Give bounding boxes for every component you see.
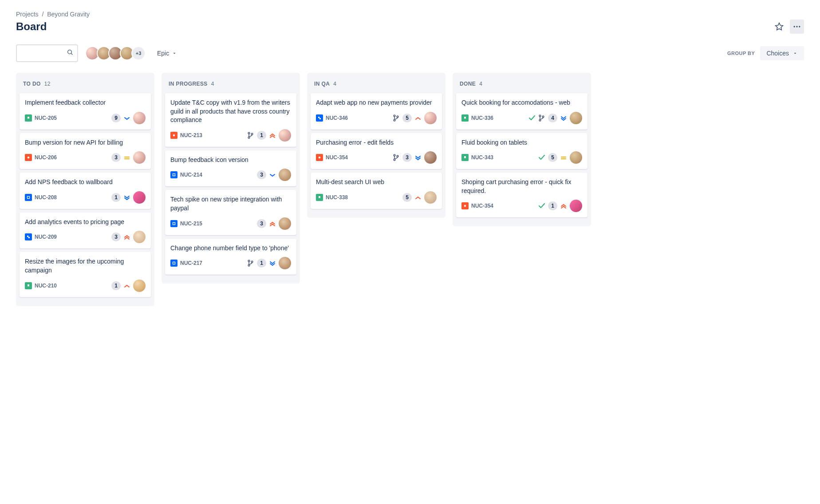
more-button[interactable] bbox=[790, 20, 804, 34]
issue-card[interactable]: Add analytics events to pricing page NUC… bbox=[20, 213, 151, 249]
issue-type-bug-icon bbox=[461, 202, 469, 209]
assignee-avatar[interactable] bbox=[424, 191, 437, 204]
issue-card[interactable]: Shoping cart purchasing error - quick fi… bbox=[456, 173, 587, 217]
priority-icon-highest bbox=[123, 233, 130, 240]
story-points-badge: 9 bbox=[111, 114, 121, 122]
issue-title: Tech spike on new stripe integration wit… bbox=[170, 195, 291, 213]
issue-card[interactable]: Update T&C copy with v1.9 from the write… bbox=[165, 93, 296, 147]
issue-key: NUC-208 bbox=[35, 194, 57, 201]
issue-key: NUC-217 bbox=[180, 260, 202, 266]
assignee-avatar[interactable] bbox=[570, 112, 582, 124]
page-title: Board bbox=[16, 20, 47, 33]
story-points-badge: 5 bbox=[402, 114, 412, 122]
issue-card[interactable]: Purchasing error - edit fields NUC-354 3 bbox=[311, 133, 442, 169]
avatar-more[interactable]: +3 bbox=[131, 46, 146, 60]
assignee-avatar[interactable] bbox=[133, 191, 146, 204]
column-title: DONE bbox=[460, 81, 476, 87]
issue-type-bug-icon bbox=[25, 154, 32, 161]
assignee-avatar[interactable] bbox=[570, 200, 582, 212]
issue-type-subtask-icon bbox=[25, 233, 32, 240]
priority-icon-highest bbox=[560, 202, 567, 209]
assignee-avatar[interactable] bbox=[133, 151, 146, 164]
priority-icon-high bbox=[123, 282, 130, 289]
issue-title: Quick booking for accomodations - web bbox=[461, 98, 582, 107]
svg-line-5 bbox=[71, 53, 72, 55]
issue-key: NUC-214 bbox=[180, 172, 202, 178]
issue-card[interactable]: Add NPS feedback to wallboard NUC-208 1 bbox=[20, 173, 151, 209]
done-check-icon bbox=[538, 202, 545, 209]
column-count: 4 bbox=[211, 81, 214, 87]
issue-type-task-icon bbox=[170, 171, 177, 178]
assignee-avatar[interactable] bbox=[279, 257, 291, 269]
issue-type-subtask-icon bbox=[316, 114, 323, 122]
assignee-avatar[interactable] bbox=[279, 129, 291, 142]
priority-icon-high bbox=[414, 194, 422, 201]
issue-title: Multi-dest search UI web bbox=[316, 178, 437, 187]
priority-icon-highest bbox=[269, 220, 276, 227]
story-points-badge: 1 bbox=[548, 201, 557, 210]
avatar-stack[interactable]: +3 bbox=[85, 46, 146, 60]
priority-icon-lowest bbox=[560, 114, 567, 122]
done-check-icon bbox=[528, 114, 536, 122]
breadcrumb-sep: / bbox=[42, 11, 43, 18]
assignee-avatar[interactable] bbox=[570, 151, 582, 164]
issue-key: NUC-209 bbox=[35, 234, 57, 240]
svg-marker-0 bbox=[776, 23, 783, 30]
issue-card[interactable]: Change phone number field type to 'phone… bbox=[165, 239, 296, 275]
assignee-avatar[interactable] bbox=[279, 169, 291, 181]
issue-card[interactable]: Bump version for new API for billing NUC… bbox=[20, 133, 151, 169]
epic-filter[interactable]: Epic bbox=[153, 47, 181, 59]
search-field[interactable] bbox=[20, 50, 67, 57]
column-title: IN PROGRESS bbox=[169, 81, 208, 87]
column-header: DONE 4 bbox=[456, 78, 587, 93]
issue-card[interactable]: Resize the images for the upcoming campa… bbox=[20, 252, 151, 297]
git-branch-icon bbox=[247, 132, 254, 139]
board-column: TO DO 12 Implement feedback collector NU… bbox=[16, 73, 154, 306]
board: TO DO 12 Implement feedback collector NU… bbox=[16, 73, 804, 306]
issue-type-story-icon bbox=[316, 194, 323, 201]
issue-title: Implement feedback collector bbox=[25, 98, 146, 107]
priority-icon-lowest bbox=[269, 260, 276, 267]
board-column: IN PROGRESS 4 Update T&C copy with v1.9 … bbox=[162, 73, 300, 284]
story-points-badge: 4 bbox=[548, 114, 557, 122]
breadcrumb-root[interactable]: Projects bbox=[16, 11, 39, 18]
assignee-avatar[interactable] bbox=[424, 112, 437, 124]
star-button[interactable] bbox=[772, 20, 786, 34]
assignee-avatar[interactable] bbox=[279, 217, 291, 230]
story-points-badge: 5 bbox=[548, 153, 557, 162]
board-column: IN QA 4 Adapt web app no new payments pr… bbox=[307, 73, 445, 218]
story-points-badge: 1 bbox=[257, 131, 266, 140]
story-points-badge: 3 bbox=[111, 232, 121, 241]
issue-card[interactable]: Bump feedback icon version NUC-214 3 bbox=[165, 150, 296, 187]
search-input[interactable] bbox=[16, 44, 78, 62]
issue-title: Update T&C copy with v1.9 from the write… bbox=[170, 98, 291, 125]
issue-card[interactable]: Fluid booking on tablets NUC-343 5 bbox=[456, 133, 587, 169]
priority-icon-medium bbox=[123, 154, 130, 161]
assignee-avatar[interactable] bbox=[424, 151, 437, 164]
issue-title: Add NPS feedback to wallboard bbox=[25, 178, 146, 187]
issue-type-task-icon bbox=[170, 260, 177, 267]
group-by-select[interactable]: Choices bbox=[760, 46, 804, 60]
issue-type-story-icon bbox=[25, 282, 32, 289]
issue-type-task-icon bbox=[25, 194, 32, 201]
issue-card[interactable]: Adapt web app no new payments provider N… bbox=[311, 93, 442, 130]
breadcrumb-project[interactable]: Beyond Gravity bbox=[47, 11, 90, 18]
issue-type-bug-icon bbox=[170, 132, 177, 139]
git-branch-icon bbox=[393, 154, 400, 161]
story-points-badge: 3 bbox=[111, 153, 121, 162]
story-points-badge: 1 bbox=[111, 193, 121, 202]
issue-card[interactable]: Tech spike on new stripe integration wit… bbox=[165, 190, 296, 235]
story-points-badge: 3 bbox=[257, 219, 266, 228]
issue-title: Add analytics events to pricing page bbox=[25, 218, 146, 227]
issue-type-story-icon bbox=[461, 114, 469, 122]
issue-card[interactable]: Multi-dest search UI web NUC-338 5 bbox=[311, 173, 442, 209]
issue-key: NUC-338 bbox=[326, 194, 348, 201]
story-points-badge: 5 bbox=[402, 193, 412, 202]
epic-filter-label: Epic bbox=[157, 50, 169, 57]
story-points-badge: 1 bbox=[111, 281, 121, 290]
assignee-avatar[interactable] bbox=[133, 231, 146, 243]
assignee-avatar[interactable] bbox=[133, 112, 146, 124]
issue-card[interactable]: Quick booking for accomodations - web NU… bbox=[456, 93, 587, 130]
assignee-avatar[interactable] bbox=[133, 280, 146, 292]
issue-card[interactable]: Implement feedback collector NUC-205 9 bbox=[20, 93, 151, 130]
